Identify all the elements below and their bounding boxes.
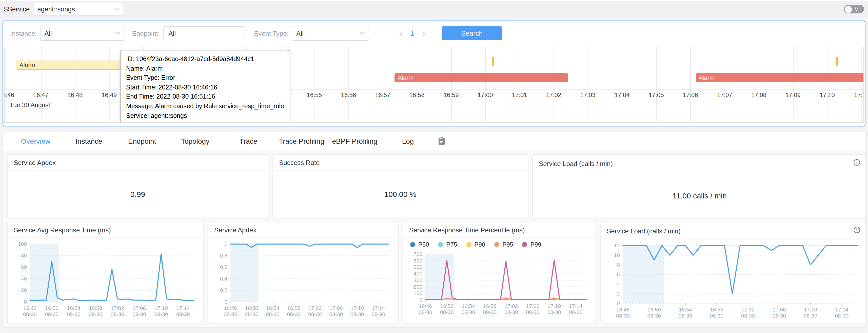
svg-text:0.4: 0.4 <box>220 276 228 282</box>
svg-text:16:4608-30: 16:4608-30 <box>23 305 37 317</box>
info-icon[interactable] <box>853 159 860 168</box>
event-tooltip: ID: 1064f23a-6eac-4812-a7cd-5d9a84d944c1… <box>120 50 290 123</box>
chart-title: Service Response Time Percentile (ms) <box>409 226 525 234</box>
svg-text:80: 80 <box>21 253 27 258</box>
timeline-tick-label: 17:03 <box>580 91 595 99</box>
version-toggle[interactable]: V <box>844 5 864 13</box>
tab-trace[interactable]: Trace <box>222 137 275 145</box>
info-icon[interactable] <box>853 226 860 235</box>
events-panel: Instance: All Endpoint: All Event Type: … <box>3 21 865 127</box>
legend-item-p75[interactable]: P75 <box>438 241 457 248</box>
event-timeline[interactable]: 16:4616:4716:4816:4916:5016:5116:5216:53… <box>4 47 864 123</box>
svg-text:17:1008-30: 17:1008-30 <box>548 303 561 315</box>
toggle-label: V <box>855 6 858 12</box>
legend-item-p50[interactable]: P50 <box>410 241 429 248</box>
svg-text:16:4608-30: 16:4608-30 <box>224 305 237 317</box>
svg-text:0.6: 0.6 <box>220 264 227 270</box>
metric-card-service-load-calls-min-: Service Load (calls / min)11.00 calls / … <box>532 154 865 218</box>
tooltip-line: Message: Alarm caused by Rule service_re… <box>126 102 284 111</box>
svg-text:500: 500 <box>413 264 422 270</box>
legend-item-p95[interactable]: P95 <box>494 241 513 248</box>
tab-overview[interactable]: Overview <box>9 137 62 145</box>
svg-text:0.2: 0.2 <box>220 287 227 293</box>
chart-card-header: Service Response Time Percentile (ms) <box>403 222 595 238</box>
event-point-marker[interactable] <box>492 57 494 66</box>
chart-card-service-load-calls-min-: Service Load (calls / min)02468101216:46… <box>600 222 865 323</box>
svg-text:0.8: 0.8 <box>220 253 227 258</box>
svg-text:12: 12 <box>614 243 620 248</box>
timeline-tick-label: 17:05 <box>649 91 664 99</box>
timeline-tick-label: 16:46 <box>4 91 14 99</box>
timeline-gridline <box>656 47 657 122</box>
service-select[interactable]: agent::songs <box>33 3 124 16</box>
legend-dot <box>438 242 443 247</box>
instance-select-value: All <box>44 29 52 37</box>
endpoint-input[interactable]: All <box>163 26 245 40</box>
tab-ebpf-profiling[interactable]: eBPF Profiling <box>328 137 381 145</box>
chevron-down-icon <box>360 32 365 35</box>
svg-text:0: 0 <box>24 299 27 305</box>
svg-text:16:5808-30: 16:5808-30 <box>89 305 102 317</box>
chart-cards-row: Service Avg Response Time (ms)0204060801… <box>5 222 863 323</box>
chart-plot: 00.20.40.60.8116:4608-3016:5008-3016:540… <box>214 239 393 320</box>
top-bar: $Service agent::songs V <box>0 1 868 18</box>
svg-text:17:0208-30: 17:0208-30 <box>308 305 322 317</box>
chart-plot: 02468101216:4608-3016:5008-3016:5408-301… <box>607 241 861 322</box>
svg-text:0: 0 <box>419 297 422 303</box>
svg-text:16:4608-30: 16:4608-30 <box>418 303 432 315</box>
tab-log[interactable]: Log <box>381 137 435 145</box>
legend-item-p90[interactable]: P90 <box>466 241 485 248</box>
metric-card-value: 100.00 % <box>273 171 528 217</box>
search-button[interactable]: Search <box>441 26 502 40</box>
tooltip-line: Event Type: Error <box>126 73 284 83</box>
metric-card-header: Service Apdex <box>8 155 268 171</box>
service-select-value: agent::songs <box>37 5 75 13</box>
svg-text:6: 6 <box>617 271 620 277</box>
tab-instance[interactable]: Instance <box>62 137 116 145</box>
timeline-tick-label: 16:57 <box>375 91 390 99</box>
tab-endpoint[interactable]: Endpoint <box>116 137 168 145</box>
instance-select[interactable]: All <box>40 26 125 41</box>
timeline-gridline <box>75 47 75 122</box>
svg-text:8: 8 <box>617 262 620 268</box>
svg-text:40: 40 <box>21 276 27 282</box>
next-page-button[interactable]: › <box>418 29 429 37</box>
event-bar-alarm[interactable]: Alarm <box>695 73 864 82</box>
timeline-tick-label: 16:49 <box>101 91 117 99</box>
svg-text:10: 10 <box>614 252 620 258</box>
chart-card-header: Service Avg Response Time (ms) <box>8 222 203 238</box>
event-type-select[interactable]: All <box>292 26 369 41</box>
prev-page-button[interactable]: ‹ <box>396 29 406 37</box>
page-body: Instance: All Endpoint: All Event Type: … <box>0 18 868 333</box>
timeline-tick-label: 17:09 <box>785 91 801 99</box>
timeline-tick-label: 17:10 <box>819 91 835 99</box>
legend-item-p99[interactable]: P99 <box>522 241 541 248</box>
timeline-gridline <box>41 47 41 122</box>
tab-topology[interactable]: Topology <box>168 137 222 145</box>
chart-card-service-response-time-percentile-ms-: Service Response Time Percentile (ms)P50… <box>403 222 596 323</box>
chart-card-header: Service Load (calls / min) <box>600 222 865 240</box>
metric-card-value: 0.99 <box>8 171 268 217</box>
timeline-gridline <box>109 47 110 122</box>
current-page[interactable]: 1 <box>407 29 418 37</box>
metric-card-title: Service Apdex <box>14 159 56 167</box>
chevron-down-icon <box>116 32 121 35</box>
svg-text:17:0208-30: 17:0208-30 <box>741 307 755 318</box>
legend-dot <box>522 242 527 247</box>
instance-filter-label: Instance: <box>10 29 37 37</box>
chart-card-service-avg-response-time-ms-: Service Avg Response Time (ms)0204060801… <box>7 222 204 323</box>
timeline-gridline <box>861 47 862 122</box>
svg-text:16:5808-30: 16:5808-30 <box>287 305 301 317</box>
svg-text:17:0608-30: 17:0608-30 <box>329 305 343 317</box>
timeline-gridline <box>622 47 623 122</box>
svg-text:17:1008-30: 17:1008-30 <box>804 307 817 318</box>
clipboard-icon[interactable] <box>438 137 446 146</box>
svg-text:17:0608-30: 17:0608-30 <box>772 307 786 318</box>
event-point-marker[interactable] <box>836 57 838 66</box>
timeline-tick-label: 17:01 <box>512 91 527 99</box>
svg-text:16:5808-30: 16:5808-30 <box>483 303 497 315</box>
event-bar-alarm[interactable]: Alarm <box>395 73 568 82</box>
svg-text:200: 200 <box>413 284 422 290</box>
svg-text:16:5408-30: 16:5408-30 <box>67 305 81 317</box>
tab-trace-profiling[interactable]: Trace Profiling <box>275 137 328 145</box>
